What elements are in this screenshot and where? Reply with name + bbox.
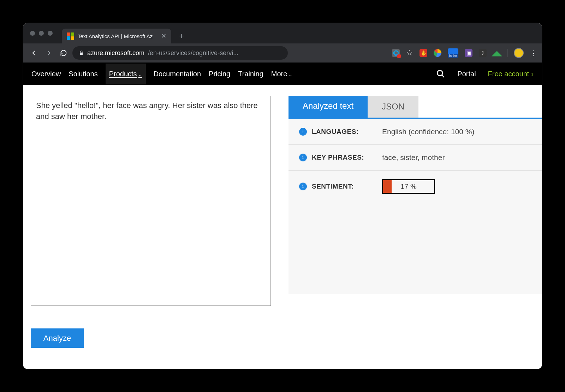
languages-value: English (confidence: 100 %)	[382, 127, 475, 136]
nav-pricing[interactable]: Pricing	[209, 70, 230, 78]
sentiment-label: SENTIMENT:	[312, 183, 377, 190]
window-controls[interactable]	[30, 31, 53, 36]
reload-button[interactable]	[58, 47, 70, 59]
minimize-window-icon[interactable]	[39, 31, 44, 36]
sentiment-fill	[383, 180, 392, 193]
forward-button[interactable]	[43, 47, 55, 59]
analyze-button[interactable]: Analyze	[31, 328, 84, 348]
results-column: Analyzed text JSON i LANGUAGES: English …	[289, 96, 542, 358]
row-languages: i LANGUAGES: English (confidence: 100 %)	[289, 119, 542, 145]
tab-title: Text Analytics API | Microsoft Az	[78, 33, 153, 39]
result-tabs: Analyzed text JSON	[289, 96, 542, 118]
nav-training[interactable]: Training	[238, 70, 263, 78]
bookmark-star-icon[interactable]: ☆	[406, 48, 413, 58]
pie-ext-icon[interactable]	[434, 49, 441, 57]
nav-documentation[interactable]: Documentation	[154, 70, 201, 78]
nav-free-account[interactable]: Free account›	[488, 70, 534, 78]
chevron-down-icon: ⌄	[289, 72, 292, 77]
tab-analyzed-text[interactable]: Analyzed text	[289, 96, 368, 118]
browser-tab[interactable]: Text Analytics API | Microsoft Az ✕	[62, 29, 171, 43]
url-host: azure.microsoft.com	[87, 49, 144, 57]
download-ext-icon[interactable]: ⇩	[479, 49, 487, 57]
adblock-ext-icon[interactable]: ✋	[420, 49, 427, 57]
results-panel: i LANGUAGES: English (confidence: 100 %)…	[289, 119, 542, 294]
nav-more[interactable]: More⌄	[271, 70, 293, 78]
svg-point-0	[438, 70, 443, 76]
profile-avatar[interactable]	[514, 48, 524, 58]
tab-json[interactable]: JSON	[368, 96, 418, 118]
back-button[interactable]	[28, 47, 40, 59]
nav-solutions[interactable]: Solutions	[69, 70, 97, 78]
tab-strip: Text Analytics API | Microsoft Az ✕ ＋	[23, 23, 542, 43]
kebab-menu-icon[interactable]: ⋮	[530, 49, 537, 57]
info-icon[interactable]: i	[299, 154, 307, 161]
main-content: Analyze Analyzed text JSON i LANGUAGES: …	[23, 85, 542, 369]
toolbar-divider	[507, 49, 507, 57]
sentiment-meter: 17 %	[382, 179, 435, 194]
address-bar: azure.microsoft.com/en-us/services/cogni…	[23, 43, 542, 63]
search-icon[interactable]	[436, 69, 445, 78]
row-sentiment: i SENTIMENT: 17 %	[289, 171, 542, 202]
input-column: Analyze	[31, 96, 271, 358]
close-tab-icon[interactable]: ✕	[161, 32, 166, 40]
green-ext-icon[interactable]: ◢◣	[493, 49, 501, 57]
url-input[interactable]: azure.microsoft.com/en-us/services/cogni…	[72, 46, 288, 60]
sentiment-value: 17 %	[400, 183, 417, 191]
maximize-window-icon[interactable]	[48, 31, 53, 36]
microsoft-logo-icon	[67, 32, 74, 40]
url-path: /en-us/services/cognitive-servi...	[148, 49, 238, 57]
keyphrases-label: KEY PHRASES:	[312, 154, 377, 161]
new-tab-button[interactable]: ＋	[178, 30, 185, 41]
inthe-ext-icon[interactable]: in the	[448, 48, 458, 58]
close-window-icon[interactable]	[30, 31, 35, 36]
nav-portal[interactable]: Portal	[457, 70, 476, 78]
nav-overview[interactable]: Overview	[31, 70, 61, 78]
languages-label: LANGUAGES:	[312, 128, 377, 136]
browser-window: Text Analytics API | Microsoft Az ✕ ＋ az…	[23, 23, 542, 369]
site-nav: Overview Solutions Products⌄ Documentati…	[23, 63, 542, 85]
nav-products[interactable]: Products⌄	[106, 64, 146, 84]
toolbar-icons: 🌐 ☆ ✋ in the ▣ ⇩ ◢◣ ⋮	[392, 48, 537, 58]
row-keyphrases: i KEY PHRASES: face, sister, mother	[289, 145, 542, 171]
info-icon[interactable]: i	[299, 128, 307, 136]
text-input[interactable]	[31, 96, 271, 306]
translate-ext-icon[interactable]: 🌐	[392, 49, 400, 57]
purple-ext-icon[interactable]: ▣	[465, 49, 472, 57]
chevron-right-icon: ›	[531, 70, 534, 78]
keyphrases-value: face, sister, mother	[382, 153, 445, 162]
info-icon[interactable]: i	[299, 183, 307, 190]
chevron-down-icon: ⌄	[138, 72, 142, 77]
lock-icon	[79, 51, 84, 55]
